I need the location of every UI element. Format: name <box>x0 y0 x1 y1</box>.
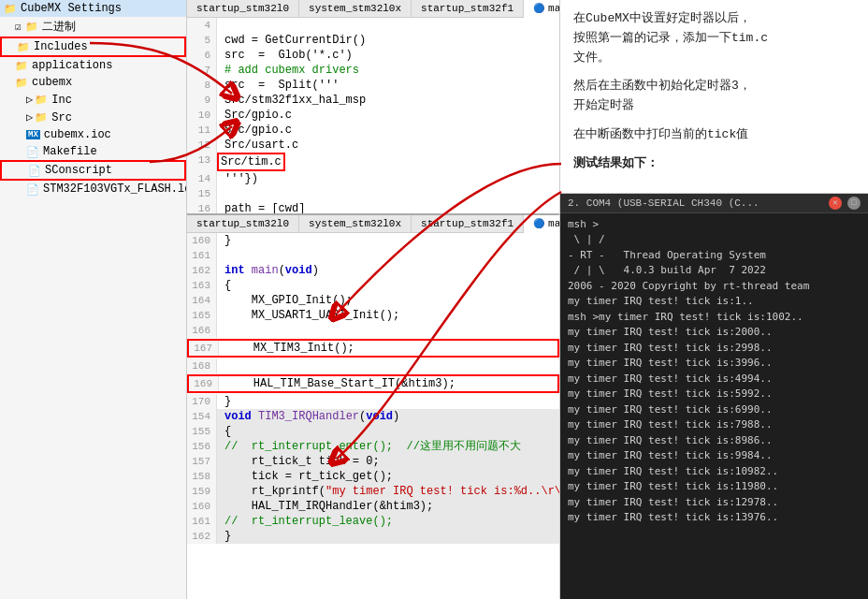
code-line: 157 rt_tick_t tick = 0; <box>187 454 559 469</box>
terminal-line: my timer IRQ test! tick is:10982.. <box>568 464 861 480</box>
code-line: 165 MX_USART1_UART_Init(); <box>187 308 559 323</box>
code-line: 156 // rt_interrupt_enter(); //这里用不用问题不大 <box>187 439 559 454</box>
terminal-line: my timer IRQ test! tick is:12978.. <box>568 495 861 511</box>
tab-main-c[interactable]: 🔵 main.c ✕ <box>524 0 559 18</box>
folder-icon: 📁 <box>17 41 30 53</box>
top-code-panel: startup_stm32l0 system_stm32l0x startup_… <box>187 0 559 215</box>
bottom-code-scroll[interactable]: 160 } 161 162 int main(void) 163 { 164 <box>187 233 559 599</box>
tree-item-binary[interactable]: ☑ 📁 二进制 <box>0 17 186 37</box>
annotation-para1: 在CubeMX中设置好定时器以后， 按照第一篇的记录，添加一下tim.c 文件。 <box>573 9 855 67</box>
terminal-line: - RT - Thread Operating System <box>568 248 861 264</box>
annotation-para2: 然后在主函数中初始化定时器3， 开始定时器 <box>573 77 855 116</box>
code-line: 9 Src/stm32f1xx_hal_msp <box>187 93 559 108</box>
terminal-line: my timer IRQ test! tick is:2998.. <box>568 341 861 357</box>
annotation-para4: 测试结果如下： <box>573 154 855 174</box>
terminal-line: \ | / <box>568 232 861 248</box>
code-line: 8 src = Split(''' <box>187 78 559 93</box>
code-line: 6 src = Glob('*.c') <box>187 48 559 63</box>
tree-item-src[interactable]: ▷ 📁 Src <box>0 109 186 126</box>
file-tab-icon: 🔵 <box>533 3 544 14</box>
tab-startup-stm32l0b[interactable]: startup_stm32l0 <box>187 215 299 232</box>
terminal-window-buttons: ✕ □ <box>829 197 861 210</box>
tree-item-cubemx[interactable]: 📁 cubemx <box>0 74 186 91</box>
code-line: 11 Src/gpio.c <box>187 123 559 138</box>
code-line: 166 <box>187 323 559 338</box>
code-line: 4 <box>187 18 559 33</box>
terminal-line: my timer IRQ test! tick is:8986.. <box>568 433 861 449</box>
terminal-panel: 2. COM4 (USB-SERIAL CH340 (C... ✕ □ msh … <box>560 194 868 599</box>
tab-main-cb[interactable]: 🔵 main.c ✕ <box>524 215 559 233</box>
bottom-tab-bar: startup_stm32l0 system_stm32l0x startup_… <box>187 215 559 233</box>
terminal-line: my timer IRQ test! tick is:1.. <box>568 294 861 310</box>
terminal-line: my timer IRQ test! tick is:11980.. <box>568 479 861 495</box>
code-line: 154 void TIM3_IRQHandler(void) <box>187 409 559 424</box>
terminal-line: my timer IRQ test! tick is:4994.. <box>568 372 861 387</box>
terminal-title: 2. COM4 (USB-SERIAL CH340 (C... <box>568 197 829 209</box>
folder-icon: 📁 <box>25 21 38 33</box>
tree-item-makefile[interactable]: 📄 Makefile <box>0 143 186 160</box>
file-icon: 📄 <box>28 165 41 177</box>
code-line: 14 '''}) <box>187 171 559 186</box>
terminal-line: / | \ 4.0.3 build Apr 7 2022 <box>568 263 861 279</box>
terminal-titlebar: 2. COM4 (USB-SERIAL CH340 (C... ✕ □ <box>560 194 868 213</box>
code-line-tim3-init: 167 MX_TIM3_Init(); <box>187 339 559 358</box>
tree-item-cubemx-settings[interactable]: 📁 CubeMX Settings <box>0 0 186 17</box>
terminal-line: my timer IRQ test! tick is:3996.. <box>568 356 861 372</box>
tab-system-stm32l0xb[interactable]: system_stm32l0x <box>299 215 412 232</box>
code-line: 159 rt_kprintf("my timer IRQ test! tick … <box>187 484 559 499</box>
terminal-line: msh >my timer IRQ test! tick is:1002.. <box>568 310 861 326</box>
code-line: 170 } <box>187 394 559 409</box>
code-line: 16 path = [cwd] <box>187 201 559 213</box>
code-line: 161 // rt_interrupt_leave(); <box>187 514 559 529</box>
code-line: 5 cwd = GetCurrentDir() <box>187 33 559 48</box>
code-line-hal-tim: 169 HAL_TIM_Base_Start_IT(&htim3); <box>187 374 559 393</box>
code-line: 160 HAL_TIM_IRQHandler(&htim3); <box>187 499 559 514</box>
tab-startup-stm32f1b[interactable]: startup_stm32f1 <box>412 215 524 232</box>
code-line-timC: 13 Src/tim.c <box>187 153 559 171</box>
code-line: 168 <box>187 358 559 373</box>
editor-panel: startup_stm32l0 system_stm32l0x startup_… <box>187 0 559 599</box>
tree-item-includes[interactable]: 📁 Includes <box>0 37 186 57</box>
code-line: 158 tick = rt_tick_get(); <box>187 469 559 484</box>
terminal-body[interactable]: msh > \ | / - RT - Thread Operating Syst… <box>560 213 868 599</box>
file-tree: 📁 CubeMX Settings ☑ 📁 二进制 📁 Includes 📁 a… <box>0 0 187 599</box>
folder-icon: 📁 <box>4 3 17 15</box>
terminal-line: my timer IRQ test! tick is:9984.. <box>568 448 861 464</box>
terminal-line: my timer IRQ test! tick is:5992.. <box>568 387 861 402</box>
code-line: 160 } <box>187 233 559 248</box>
terminal-line: my timer IRQ test! tick is:2000.. <box>568 325 861 341</box>
annotation-para3: 在中断函数中打印当前的tick值 <box>573 125 855 145</box>
code-line: 162 int main(void) <box>187 263 559 278</box>
code-line: 15 <box>187 186 559 201</box>
annotation-area: 在CubeMX中设置好定时器以后， 按照第一篇的记录，添加一下tim.c 文件。… <box>560 0 868 194</box>
code-line: 7 # add cubemx drivers <box>187 63 559 78</box>
code-line: 12 Src/usart.c <box>187 138 559 153</box>
tab-startup-stm32l0[interactable]: startup_stm32l0 <box>187 0 299 17</box>
tree-item-applications[interactable]: 📁 applications <box>0 57 186 74</box>
terminal-restore-button[interactable]: □ <box>847 197 861 210</box>
tree-item-inc[interactable]: ▷ 📁 Inc <box>0 91 186 109</box>
terminal-line: my timer IRQ test! tick is:7988.. <box>568 417 861 433</box>
code-line: 163 { <box>187 278 559 293</box>
terminal-close-button[interactable]: ✕ <box>829 197 842 210</box>
code-line: 164 MX_GPIO_Init(); <box>187 293 559 308</box>
right-panel: 在CubeMX中设置好定时器以后， 按照第一篇的记录，添加一下tim.c 文件。… <box>559 0 868 599</box>
folder-icon: 📁 <box>15 77 28 89</box>
top-tab-bar: startup_stm32l0 system_stm32l0x startup_… <box>187 0 559 18</box>
terminal-line: 2006 - 2020 Copyright by rt-thread team <box>568 279 861 295</box>
file-tab-icon-b: 🔵 <box>533 218 544 229</box>
terminal-line: my timer IRQ test! tick is:6990.. <box>568 402 861 418</box>
bottom-code-panel: startup_stm32l0 system_stm32l0x startup_… <box>187 215 559 599</box>
folder-icon: 📁 <box>35 111 48 124</box>
tab-startup-stm32f1[interactable]: startup_stm32f1 <box>412 0 524 17</box>
tab-system-stm32l0x[interactable]: system_stm32l0x <box>299 0 412 17</box>
terminal-line: my timer IRQ test! tick is:13976.. <box>568 510 861 526</box>
tree-item-sconscript[interactable]: 📄 SConscript <box>0 160 186 181</box>
top-code-scroll[interactable]: 4 5 cwd = GetCurrentDir() 6 src = Glob('… <box>187 18 559 213</box>
file-icon: 📄 <box>26 183 39 196</box>
terminal-line: msh > <box>568 217 861 233</box>
tree-item-stm32-flash[interactable]: 📄 STM32F103VGTx_FLASH.ld <box>0 181 186 197</box>
file-icon: 📄 <box>26 146 39 158</box>
tree-item-cubemx-ioc[interactable]: MX cubemx.ioc <box>0 126 186 143</box>
folder-icon: 📁 <box>15 60 28 72</box>
